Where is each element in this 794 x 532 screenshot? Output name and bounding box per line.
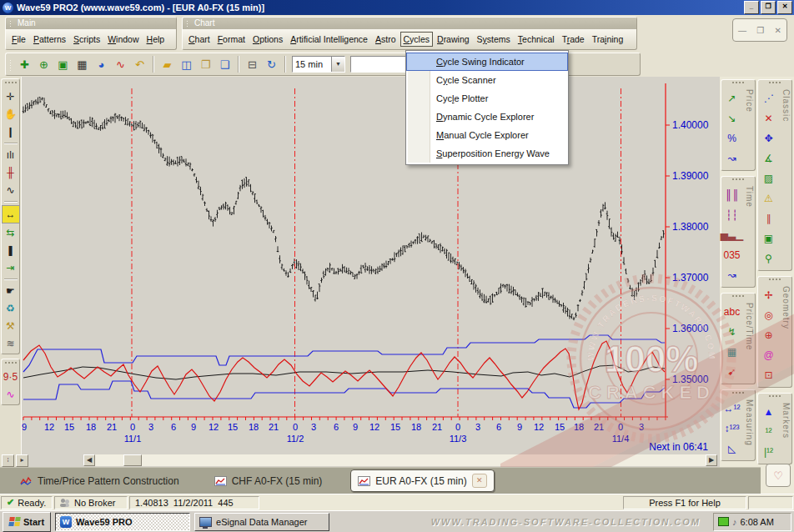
vertical-cursor-icon[interactable]: ❙	[3, 123, 19, 140]
new-chart-icon[interactable]: ✚	[16, 56, 33, 73]
price-extension-icon[interactable]: ↘	[723, 109, 741, 128]
percent-icon[interactable]: %	[723, 129, 741, 148]
interval-combobox[interactable]: 15 min ▼	[292, 56, 345, 73]
candlestick-icon[interactable]: ╫	[3, 164, 19, 181]
scanner-icon[interactable]: ◕	[93, 56, 110, 73]
chevron-down-icon[interactable]: ▼	[331, 57, 344, 72]
measure-angle-icon[interactable]: ◺	[723, 439, 741, 458]
cycles-menu-item-cycle-plotter[interactable]: Cycle Plotter	[406, 89, 568, 108]
menu-training[interactable]: Training	[589, 32, 627, 47]
crosshair-icon[interactable]: ✛	[3, 88, 19, 105]
text-label-icon[interactable]: abc	[723, 303, 741, 321]
chart-canvas[interactable]: 9121518210369121518210369121518210369121…	[21, 77, 720, 467]
menu-artificial-intelligence[interactable]: Artificial Intelligence	[287, 32, 371, 47]
new-astro-chart-icon[interactable]: ⊕	[35, 56, 53, 73]
gann-fan-icon[interactable]: ∡	[760, 149, 777, 168]
print-icon[interactable]: ⊟	[244, 56, 261, 73]
time-cycles-icon[interactable]: ║║	[723, 186, 741, 204]
menu-technical[interactable]: Technical	[515, 32, 558, 47]
mdi-minimize-button[interactable]: —	[738, 26, 746, 35]
cycles-menu-item-dynamic-cycle-explorer[interactable]: Dynamic Cycle Explorer	[406, 108, 568, 126]
close-button[interactable]: ✕	[777, 1, 792, 14]
delete-tool-icon[interactable]: ♻	[3, 300, 19, 317]
grid-icon[interactable]: ▦	[723, 343, 741, 361]
taskbar-button-wave59-pro[interactable]: WWave59 PRO	[55, 513, 190, 531]
cycles-menu-item-superposition-energy-wave[interactable]: Superposition Energy Wave	[406, 144, 568, 163]
mdi-restore-button[interactable]: ❐	[756, 26, 764, 35]
menu-format[interactable]: Format	[214, 32, 249, 47]
time-bars-icon[interactable]: ┆┆	[723, 206, 741, 224]
zoom-range-icon[interactable]: ↔	[2, 205, 20, 223]
save-page-icon[interactable]: ❑	[216, 56, 234, 73]
time-price-fan-icon[interactable]: ✢	[760, 286, 777, 304]
tab-eur-a0-fx-15-min[interactable]: EUR A0-FX (15 min)✕	[350, 469, 494, 492]
cycles-menu-item-cycle-scanner[interactable]: Cycle Scanner	[406, 71, 568, 89]
time-projection-icon[interactable]: ↝	[723, 266, 741, 284]
menu-astro[interactable]: Astro	[372, 32, 400, 47]
search-globe-icon[interactable]: ⚲	[760, 249, 777, 268]
pattern-builder-icon[interactable]: ∿	[112, 56, 129, 73]
spiral-alert-icon[interactable]: ⚠	[760, 189, 777, 208]
time-histogram-icon[interactable]: ▅▃▁	[723, 226, 741, 244]
up-marker-icon[interactable]: ▲	[760, 403, 777, 421]
concentric-circles-icon[interactable]: ◎	[760, 306, 777, 324]
expand-bars-icon[interactable]: ⇆	[3, 224, 19, 241]
scroll-left-button[interactable]: ◀	[83, 454, 95, 466]
gann-95-icon[interactable]: 9·5	[3, 369, 19, 385]
menu-file[interactable]: File	[8, 32, 29, 47]
start-button[interactable]: Start	[3, 512, 51, 532]
measure-vertical-icon[interactable]: ↕¹²³	[723, 419, 741, 438]
menu-scripts[interactable]: Scripts	[70, 32, 103, 47]
gann-cross-icon[interactable]: ✕	[760, 109, 777, 128]
andrews-pitchfork-icon[interactable]: ⋰	[760, 89, 777, 108]
time-counts-icon[interactable]: 035	[723, 246, 741, 264]
price-projection-icon[interactable]: ↝	[723, 149, 741, 168]
menu-chart[interactable]: Chart	[185, 32, 214, 47]
settings-wrench-icon[interactable]: ⚒	[3, 318, 19, 334]
arrows-cross-icon[interactable]: ✥	[760, 129, 777, 148]
scrollbar-thumb[interactable]	[123, 454, 142, 466]
price-retracement-icon[interactable]: ↗	[723, 89, 741, 108]
compress-bars-icon[interactable]: ❚	[3, 242, 19, 258]
cycles-menu-item-cycle-swing-indicator[interactable]: Cycle Swing Indicator	[406, 53, 568, 71]
tab-time-price-pattern-construction[interactable]: Time/Price Pattern Construction	[13, 472, 186, 490]
menu-trade[interactable]: Trade	[559, 32, 588, 47]
menu-window[interactable]: Window	[104, 32, 142, 47]
pan-hand-icon[interactable]: ✋	[3, 106, 19, 123]
merge-bars-icon[interactable]: ⇥	[3, 259, 19, 276]
gann-grid-icon[interactable]: ▨	[760, 169, 777, 188]
grip-icon[interactable]: ⁞	[2, 454, 14, 467]
menu-patterns[interactable]: Patterns	[30, 32, 69, 47]
minimize-button[interactable]: _	[744, 1, 759, 14]
speaker-icon[interactable]: ♪	[732, 517, 737, 527]
tab-close-icon[interactable]: ✕	[472, 474, 487, 488]
duplicate-chart-icon[interactable]: ▣	[54, 56, 72, 73]
more-tools-icon[interactable]: ≋	[3, 335, 19, 352]
menu-drawing[interactable]: Drawing	[434, 32, 473, 47]
spiral-icon[interactable]: @	[760, 346, 777, 364]
select-pointer-icon[interactable]: ☛	[3, 283, 19, 299]
scroll-right-button[interactable]: ▶	[706, 454, 717, 466]
hloc-bars-icon[interactable]: ılı	[3, 147, 19, 163]
save-icon[interactable]: ◫	[178, 56, 195, 73]
new-quote-window-icon[interactable]: ▦	[73, 56, 91, 73]
ellipse-icon[interactable]: ⊕	[760, 326, 777, 344]
mdi-close-button[interactable]: ✕	[774, 26, 781, 35]
square-spiral-icon[interactable]: ▣	[760, 229, 777, 248]
measure-horizontal-icon[interactable]: ↔¹²	[723, 399, 741, 418]
pattern-zigzag-icon[interactable]: ↯	[723, 323, 741, 341]
expand-toolbar-button[interactable]: ▸	[16, 454, 28, 467]
restore-button[interactable]: ❐	[761, 1, 776, 14]
horizontal-scrollbar[interactable]: ◀ ▶	[83, 454, 717, 466]
menu-help[interactable]: Help	[143, 32, 168, 47]
taskbar-button-esignal-data-manager[interactable]: eSignal Data Manager	[194, 513, 329, 531]
network-icon[interactable]	[718, 517, 729, 526]
menu-systems[interactable]: Systems	[474, 32, 514, 47]
bar-count-icon[interactable]: |¹²	[760, 443, 777, 461]
menu-options[interactable]: Options	[249, 32, 286, 47]
reload-icon[interactable]: ↻	[263, 56, 280, 73]
tab-chf-a0-fx-15-min[interactable]: CHF A0-FX (15 min)	[208, 472, 329, 490]
undo-icon[interactable]: ↶	[131, 56, 148, 73]
scrollbar-track[interactable]	[95, 454, 706, 466]
cycles-menu-item-manual-cycle-explorer[interactable]: Manual Cycle Explorer	[406, 126, 568, 144]
